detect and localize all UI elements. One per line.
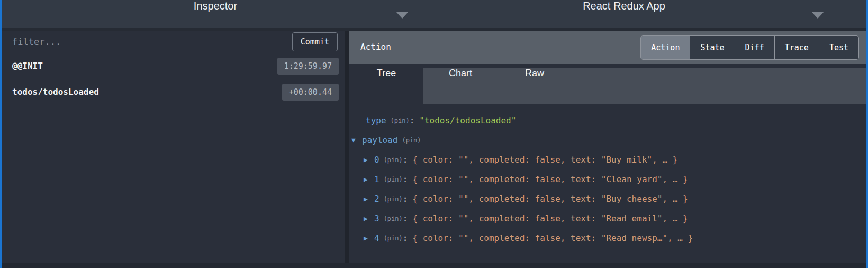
key-value-separator: : [403, 155, 408, 165]
action-name: todos/todosLoaded [12, 79, 99, 105]
tree-index[interactable]: 4 [374, 233, 379, 243]
view-mode-tab-bar: Tree Chart Raw [349, 64, 866, 104]
pin-link[interactable]: (pin) [384, 195, 403, 203]
tree-index[interactable]: 3 [374, 213, 379, 224]
tree-row-type: type (pin) : "todos/todosLoaded" [349, 111, 866, 130]
pin-link[interactable]: (pin) [384, 215, 403, 222]
tab-action[interactable]: Action [641, 36, 690, 59]
key-value-separator: : [403, 213, 408, 224]
window-bottom-edge [2, 263, 866, 268]
pin-link[interactable]: (pin) [391, 117, 410, 124]
action-list-panel: Commit @@INIT 1:29:59.97 todos/todosLoad… [2, 31, 345, 263]
chevron-down-icon [396, 12, 409, 19]
pin-link[interactable]: (pin) [384, 156, 403, 164]
object-preview: { color: "", completed: false, text: "Bu… [412, 194, 688, 204]
tree-index[interactable]: 2 [374, 194, 379, 204]
key-value-separator: : [410, 115, 415, 126]
object-preview: { color: "", completed: false, text: "Re… [412, 213, 688, 224]
window-left-accent-border [0, 0, 2, 268]
monitor-select-label: Inspector [2, 0, 429, 12]
filter-input[interactable] [2, 31, 240, 53]
tree-row-payload-item: ▶ 2 (pin) : { color: "", completed: fals… [349, 189, 866, 209]
object-preview: { color: "", completed: false, text: "Cl… [412, 174, 688, 184]
expand-arrow-icon[interactable]: ▶ [364, 234, 374, 242]
filter-row: Commit [2, 31, 345, 53]
tab-test[interactable]: Test [819, 36, 858, 59]
key-value-separator: : [403, 174, 408, 184]
key-value-separator: : [403, 194, 408, 204]
tree-string-value: "todos/todosLoaded" [419, 115, 516, 126]
instance-select[interactable]: React Redux App [429, 0, 866, 28]
chevron-down-icon [811, 12, 824, 19]
instance-select-label: React Redux App [436, 0, 812, 12]
panel-divider[interactable] [345, 31, 349, 263]
collapse-arrow-icon[interactable]: ▼ [351, 136, 362, 144]
subtab-chart[interactable]: Chart [423, 68, 498, 104]
tree-row-payload-item: ▶ 0 (pin) : { color: "", completed: fals… [349, 150, 866, 169]
tree-row-payload-item: ▶ 4 (pin) : { color: "", completed: fals… [349, 228, 866, 248]
expand-arrow-icon[interactable]: ▶ [364, 156, 374, 164]
tree-key[interactable]: type [366, 115, 386, 126]
tree-row-payload: ▼ payload (pin) [349, 130, 866, 150]
action-tree-view: type (pin) : "todos/todosLoaded" ▼ paylo… [349, 104, 866, 263]
subtab-tree[interactable]: Tree [349, 68, 423, 104]
pin-link[interactable]: (pin) [384, 176, 403, 183]
key-value-separator: : [403, 233, 408, 243]
object-preview: { color: "", completed: false, text: "Re… [412, 233, 693, 243]
inspector-detail-panel: Action Action State Diff Trace Test Tree… [349, 31, 866, 263]
expand-arrow-icon[interactable]: ▶ [364, 195, 374, 203]
top-bar: Inspector React Redux App [2, 0, 866, 31]
pin-link[interactable]: (pin) [402, 137, 421, 144]
monitor-select[interactable]: Inspector [2, 0, 429, 28]
action-list-item-todos-loaded[interactable]: todos/todosLoaded +00:00.44 [2, 79, 345, 105]
tab-trace[interactable]: Trace [774, 36, 819, 59]
expand-arrow-icon[interactable]: ▶ [364, 175, 374, 183]
object-preview: { color: "", completed: false, text: "Bu… [412, 155, 677, 165]
tree-row-payload-item: ▶ 1 (pin) : { color: "", completed: fals… [349, 169, 866, 189]
tab-state[interactable]: State [690, 36, 734, 59]
action-list-item-init[interactable]: @@INIT 1:29:59.97 [2, 53, 345, 79]
subtab-raw[interactable]: Raw [498, 68, 572, 104]
redux-devtools-window: Inspector React Redux App Commit @@INIT … [0, 0, 868, 268]
expand-arrow-icon[interactable]: ▶ [364, 215, 374, 222]
action-time-badge: +00:00.44 [282, 84, 339, 101]
tree-row-payload-item: ▶ 3 (pin) : { color: "", completed: fals… [349, 209, 866, 228]
pin-link[interactable]: (pin) [384, 235, 403, 242]
detail-panel-header: Action Action State Diff Trace Test [349, 31, 866, 64]
tree-index[interactable]: 1 [374, 174, 379, 184]
detail-tab-group: Action State Diff Trace Test [640, 35, 859, 60]
action-time-badge: 1:29:59.97 [277, 58, 339, 75]
detail-panel-title: Action [360, 31, 391, 64]
commit-button[interactable]: Commit [292, 32, 338, 51]
action-name: @@INIT [12, 53, 43, 79]
tree-index[interactable]: 0 [374, 155, 379, 165]
tab-diff[interactable]: Diff [735, 36, 774, 59]
tree-key[interactable]: payload [362, 135, 397, 145]
